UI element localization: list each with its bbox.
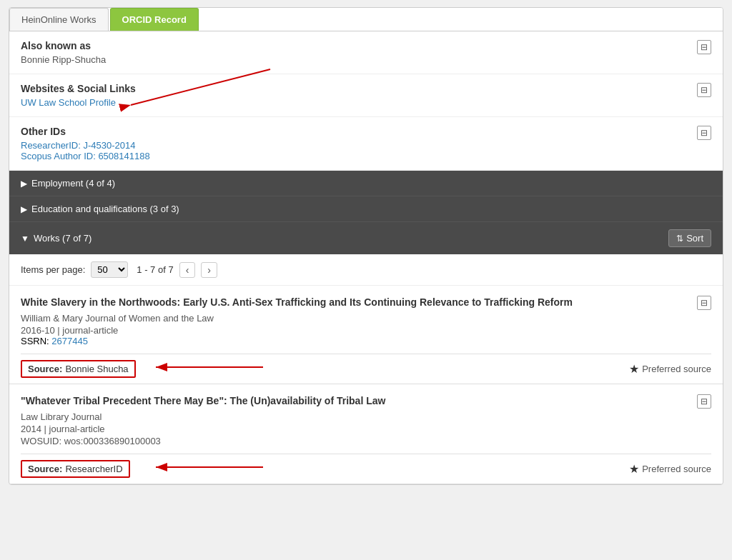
work1-date-type: 2016-10 | journal-article	[21, 325, 711, 336]
work2-journal: Law Library Journal	[21, 411, 711, 422]
also-known-as-text: Also known as Bonnie Ripp-Shucha	[21, 40, 106, 65]
work1-source-label: Source:	[28, 364, 62, 374]
accordion-employment[interactable]: ▶ Employment (4 of 4)	[9, 171, 723, 196]
pagination-bar: Items per page: 50 10 25 100 1 - 7 of 7 …	[9, 254, 723, 286]
scopus-author-id-link[interactable]: Scopus Author ID: 6508141188	[21, 151, 150, 161]
work2-expand[interactable]: ⊟	[697, 394, 711, 409]
items-per-page-select[interactable]: 50 10 25 100	[91, 261, 128, 278]
work1-arrow-svg	[152, 356, 267, 378]
work2-arrow	[152, 456, 267, 480]
work2-source-box: Source: ResearcherID	[21, 460, 130, 478]
work1-expand[interactable]: ⊟	[697, 296, 711, 310]
work2-star-icon: ★	[629, 462, 639, 476]
work2-preferred-source: ★ Preferred source	[629, 462, 711, 476]
websites-text: Websites & Social Links UW Law School Pr…	[21, 83, 136, 108]
page-range: 1 - 7 of 7	[137, 264, 173, 275]
also-known-as-title: Also known as	[21, 40, 106, 51]
researcher-id-link[interactable]: ResearcherID: J-4530-2014	[21, 140, 150, 151]
work2-source-label: Source:	[28, 464, 62, 474]
also-known-as-section: Also known as Bonnie Ripp-Shucha ⊟	[9, 31, 723, 74]
work1-arrow	[152, 356, 267, 380]
works-chevron: ▼	[21, 234, 29, 244]
pagination-next[interactable]: ›	[201, 262, 217, 278]
websites-section: Websites & Social Links UW Law School Pr…	[9, 74, 723, 117]
work2-wosuid: WOSUID: wos:000336890100003	[21, 436, 711, 446]
work1-source-value: Bonnie Shucha	[65, 364, 128, 374]
education-label: Education and qualifications (3 of 3)	[31, 204, 179, 214]
websites-title: Websites & Social Links	[21, 83, 136, 94]
work-card-1: White Slavery in the Northwoods: Early U…	[9, 286, 723, 384]
work1-footer: Source: Bonnie Shucha ★	[21, 354, 711, 384]
items-per-page-label: Items per page:	[21, 264, 85, 275]
tab-heinonline[interactable]: HeinOnline Works	[9, 8, 109, 31]
education-chevron: ▶	[21, 204, 27, 214]
websites-expand[interactable]: ⊟	[697, 83, 711, 97]
accordion: ▶ Employment (4 of 4) ▶ Education and qu…	[9, 171, 723, 254]
sort-button[interactable]: ⇅ Sort	[668, 229, 711, 247]
work1-ssrn: SSRN: 2677445	[21, 336, 711, 346]
work2-source-value: ResearcherID	[65, 464, 122, 474]
works-label-group: ▼ Works (7 of 7)	[21, 233, 92, 244]
work1-journal: William & Mary Journal of Women and the …	[21, 313, 711, 324]
work2-date-type: 2014 | journal-article	[21, 424, 711, 434]
work1-source-box: Source: Bonnie Shucha	[21, 360, 136, 378]
work2-footer: Source: ResearcherID ★	[21, 454, 711, 484]
work2-title: "Whatever Tribal Precedent There May Be"…	[21, 394, 683, 409]
sort-label: Sort	[686, 233, 703, 244]
pagination-prev[interactable]: ‹	[179, 262, 196, 278]
content-area: Also known as Bonnie Ripp-Shucha ⊟ Websi…	[9, 31, 723, 484]
work1-ssrn-label: SSRN:	[21, 336, 49, 346]
work1-star-icon: ★	[629, 362, 639, 376]
work1-title: White Slavery in the Northwoods: Early U…	[21, 296, 683, 310]
uw-law-profile-link[interactable]: UW Law School Profile	[21, 97, 136, 108]
work1-ssrn-link[interactable]: 2677445	[51, 336, 88, 346]
employment-chevron: ▶	[21, 179, 27, 189]
work1-preferred-source: ★ Preferred source	[629, 362, 711, 376]
other-ids-text: Other IDs ResearcherID: J-4530-2014 Scop…	[21, 126, 150, 161]
other-ids-expand[interactable]: ⊟	[697, 126, 711, 140]
main-container: HeinOnline Works ORCID Record Also known…	[9, 7, 723, 485]
work-card-2: "Whatever Tribal Precedent There May Be"…	[9, 384, 723, 484]
tab-bar: HeinOnline Works ORCID Record	[9, 8, 723, 31]
other-ids-title: Other IDs	[21, 126, 150, 137]
employment-label: Employment (4 of 4)	[31, 178, 115, 189]
work1-preferred-label: Preferred source	[642, 364, 711, 374]
accordion-education[interactable]: ▶ Education and qualifications (3 of 3)	[9, 196, 723, 222]
accordion-works[interactable]: ▼ Works (7 of 7) ⇅ Sort	[9, 222, 723, 254]
tab-orcid[interactable]: ORCID Record	[110, 8, 199, 31]
also-known-as-expand[interactable]: ⊟	[697, 40, 711, 54]
work2-preferred-label: Preferred source	[642, 464, 711, 474]
other-ids-section: Other IDs ResearcherID: J-4530-2014 Scop…	[9, 117, 723, 171]
work1-header: White Slavery in the Northwoods: Early U…	[21, 296, 711, 310]
works-label: Works (7 of 7)	[34, 233, 92, 244]
sort-icon: ⇅	[676, 234, 683, 244]
work2-header: "Whatever Tribal Precedent There May Be"…	[21, 394, 711, 409]
work2-arrow-svg	[152, 456, 267, 478]
also-known-as-value: Bonnie Ripp-Shucha	[21, 54, 106, 65]
